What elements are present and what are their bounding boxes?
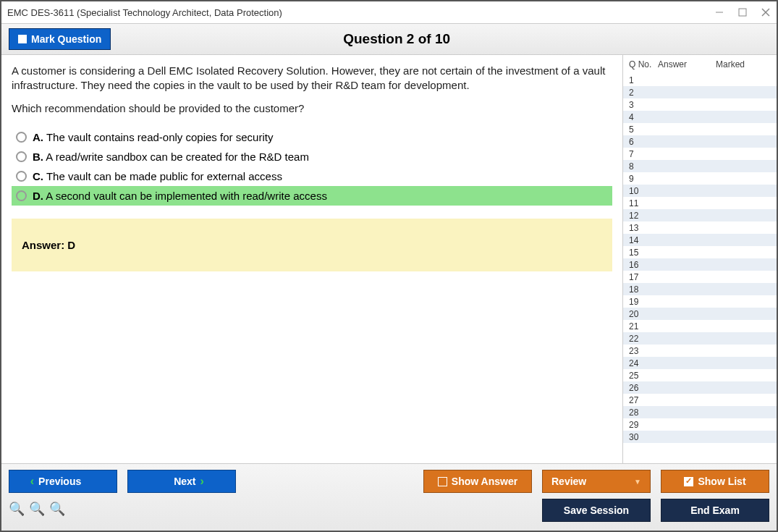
previous-label: Previous: [38, 476, 81, 487]
toolbar: Mark Question Question 2 of 10: [1, 23, 777, 55]
option-text: A second vault can be implemented with r…: [46, 190, 327, 202]
end-exam-button[interactable]: End Exam: [661, 499, 769, 522]
show-answer-button[interactable]: Show Answer: [423, 470, 532, 493]
list-item[interactable]: 9: [623, 172, 777, 185]
list-item[interactable]: 10: [623, 185, 777, 197]
content-area: A customer is considering a Dell EMC Iso…: [1, 55, 777, 463]
option-text: The vault can be made public for externa…: [46, 170, 282, 182]
option-row[interactable]: A. The vault contains read-only copies f…: [12, 127, 612, 147]
list-item[interactable]: 30: [623, 431, 777, 443]
list-header: Q No. Answer Marked: [623, 55, 777, 74]
list-item[interactable]: 7: [623, 148, 777, 160]
list-item[interactable]: 4: [623, 111, 777, 123]
show-list-label: Show List: [698, 476, 745, 487]
button-row-2: 🔍 🔍 🔍 Save Session End Exam: [9, 499, 769, 522]
radio-icon: [16, 171, 27, 182]
question-number-list[interactable]: 1234567891011121314151617181920212223242…: [623, 74, 777, 463]
review-label: Review: [551, 476, 586, 487]
app-window: EMC DES-3611 (Specialist Technology Arch…: [0, 0, 778, 532]
option-letter: B.: [33, 151, 43, 163]
option-text: A read/write sandbox can be created for …: [46, 151, 309, 163]
chevron-left-icon: ‹: [30, 475, 34, 488]
header-qno: Q No.: [626, 59, 658, 69]
list-item[interactable]: 15: [623, 246, 777, 258]
list-item[interactable]: 2: [623, 86, 777, 98]
options-list: A. The vault contains read-only copies f…: [12, 127, 612, 206]
window-controls: [714, 7, 771, 17]
list-item[interactable]: 16: [623, 258, 777, 271]
next-label: Next: [174, 476, 195, 487]
list-item[interactable]: 25: [623, 369, 777, 381]
option-row[interactable]: B. A read/write sandbox can be created f…: [12, 147, 612, 166]
zoom-in-icon[interactable]: 🔍: [29, 501, 45, 517]
list-item[interactable]: 11: [623, 197, 777, 209]
list-item[interactable]: 23: [623, 345, 777, 357]
list-item[interactable]: 20: [623, 308, 777, 320]
list-item[interactable]: 19: [623, 295, 777, 308]
end-exam-label: End Exam: [690, 504, 740, 516]
list-item[interactable]: 14: [623, 234, 777, 246]
titlebar: EMC DES-3611 (Specialist Technology Arch…: [1, 1, 777, 23]
option-text: The vault contains read-only copies for …: [46, 131, 273, 143]
next-button[interactable]: Next ›: [127, 470, 236, 493]
chevron-down-icon: ▼: [634, 478, 641, 486]
question-text: A customer is considering a Dell EMC Iso…: [12, 64, 612, 93]
option-letter: A.: [33, 131, 43, 143]
option-letter: D.: [33, 190, 43, 202]
list-item[interactable]: 28: [623, 406, 777, 418]
radio-icon: [16, 132, 27, 143]
list-item[interactable]: 27: [623, 394, 777, 406]
radio-icon: [16, 151, 27, 162]
button-row-1: ‹ Previous Next › Show Answer Review ▼ S…: [9, 470, 769, 493]
list-item[interactable]: 26: [623, 381, 777, 394]
list-item[interactable]: 12: [623, 209, 777, 221]
checkbox-checked-icon: [684, 477, 693, 486]
question-panel: A customer is considering a Dell EMC Iso…: [1, 55, 622, 463]
list-item[interactable]: 5: [623, 123, 777, 135]
header-marked: Marked: [716, 59, 774, 69]
list-item[interactable]: 6: [623, 135, 777, 148]
option-row[interactable]: D. A second vault can be implemented wit…: [12, 186, 612, 206]
show-answer-label: Show Answer: [452, 476, 517, 487]
list-item[interactable]: 18: [623, 283, 777, 295]
review-button[interactable]: Review ▼: [542, 470, 651, 493]
answer-box: Answer: D: [12, 219, 612, 271]
list-item[interactable]: 24: [623, 357, 777, 369]
list-item[interactable]: 3: [623, 98, 777, 111]
zoom-reset-icon[interactable]: 🔍: [9, 501, 25, 517]
window-title: EMC DES-3611 (Specialist Technology Arch…: [7, 7, 714, 18]
footer: ‹ Previous Next › Show Answer Review ▼ S…: [1, 463, 777, 531]
list-item[interactable]: 1: [623, 74, 777, 86]
zoom-out-icon[interactable]: 🔍: [49, 501, 65, 517]
list-item[interactable]: 17: [623, 271, 777, 283]
list-item[interactable]: 29: [623, 418, 777, 431]
question-header: Question 2 of 10: [24, 31, 769, 47]
list-item[interactable]: 22: [623, 332, 777, 345]
list-item[interactable]: 8: [623, 160, 777, 172]
close-icon[interactable]: [761, 7, 771, 17]
show-list-button[interactable]: Show List: [661, 470, 769, 493]
minimize-icon[interactable]: [714, 7, 724, 17]
previous-button[interactable]: ‹ Previous: [9, 470, 117, 493]
maximize-icon[interactable]: [737, 7, 748, 17]
zoom-controls: 🔍 🔍 🔍: [9, 499, 65, 521]
save-session-button[interactable]: Save Session: [542, 499, 651, 522]
header-answer: Answer: [658, 59, 716, 69]
save-session-label: Save Session: [564, 504, 629, 516]
svg-rect-1: [739, 9, 746, 16]
list-item[interactable]: 21: [623, 320, 777, 332]
checkbox-icon: [438, 477, 447, 486]
list-item[interactable]: 13: [623, 221, 777, 234]
question-list-panel: Q No. Answer Marked 12345678910111213141…: [622, 55, 777, 463]
option-letter: C.: [33, 170, 43, 182]
option-row[interactable]: C. The vault can be made public for exte…: [12, 166, 612, 186]
question-prompt: Which recommendation should be provided …: [12, 102, 612, 114]
radio-icon: [16, 190, 27, 201]
chevron-right-icon: ›: [200, 475, 204, 488]
